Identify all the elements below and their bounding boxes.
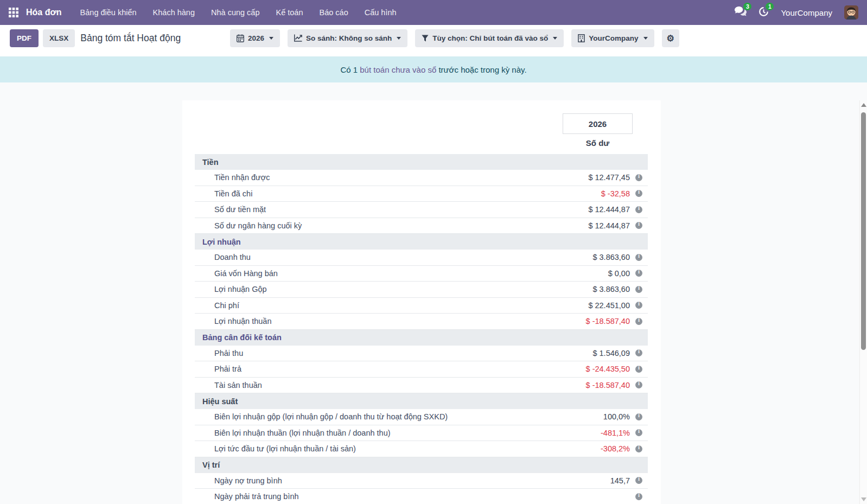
info-icon[interactable] xyxy=(635,349,642,356)
row-value: $ -18.587,40 xyxy=(527,381,630,390)
nav-item-customers[interactable]: Khách hàng xyxy=(153,8,195,17)
table-row: Tài sản thuần $ -18.587,40 xyxy=(195,378,648,394)
row-value: $ 3.863,60 xyxy=(527,253,630,261)
row-label: Giá vốn Hàng bán xyxy=(195,269,527,278)
apps-grid-icon[interactable] xyxy=(9,8,18,17)
options-filter-button[interactable]: Tùy chọn: Chỉ bút toán đã vào sổ xyxy=(415,29,564,47)
row-value: $ -24.435,50 xyxy=(527,365,630,373)
table-row: Doanh thu $ 3.863,60 xyxy=(195,250,648,266)
banner-text-suffix: trước hoặc trong kỳ này. xyxy=(436,65,526,74)
section-header-profitability: Lợi nhuận xyxy=(195,234,648,250)
unposted-entries-link[interactable]: bút toán chưa vào sổ xyxy=(360,65,436,74)
info-icon[interactable] xyxy=(635,318,642,325)
line-chart-icon xyxy=(294,34,302,42)
row-label: Lợi nhuận thuần xyxy=(195,317,527,326)
table-row: Giá vốn Hàng bán $ 0,00 xyxy=(195,266,648,282)
nav-item-configuration[interactable]: Cấu hình xyxy=(365,8,397,17)
comparison-filter-label: So sánh: Không so sánh xyxy=(306,34,392,42)
row-label: Biên lợi nhuận thuần (lợi nhuận thuần / … xyxy=(195,429,527,437)
export-xlsx-button[interactable]: XLSX xyxy=(43,29,75,47)
info-icon[interactable] xyxy=(635,270,642,277)
info-icon[interactable] xyxy=(635,286,642,293)
period-filter-label: 2026 xyxy=(248,34,264,42)
info-icon[interactable] xyxy=(635,413,642,420)
info-icon[interactable] xyxy=(635,222,642,229)
info-icon[interactable] xyxy=(635,366,642,373)
info-icon[interactable] xyxy=(635,254,642,261)
nav-item-dashboard[interactable]: Bảng điều khiển xyxy=(80,8,137,17)
row-label: Số dư ngân hàng cuối kỳ xyxy=(195,221,527,230)
banner-text-prefix: Có 1 xyxy=(340,65,360,74)
row-value: -481,1% xyxy=(527,429,630,437)
executive-summary-table: Tiền Tiền nhận được $ 12.477,45 Tiền đã … xyxy=(195,154,648,504)
table-row: Số dư tiền mặt $ 12.444,87 xyxy=(195,202,648,218)
section-header-cash: Tiền xyxy=(195,154,648,170)
calendar-icon xyxy=(237,34,244,42)
info-icon[interactable] xyxy=(635,445,642,452)
row-value: 145,7 xyxy=(527,476,630,485)
info-icon[interactable] xyxy=(635,206,642,213)
options-filter-label: Tùy chọn: Chỉ bút toán đã vào sổ xyxy=(432,34,548,42)
row-value: -308,2% xyxy=(527,444,630,453)
row-label: Chi phí xyxy=(195,301,527,310)
chevron-down-icon xyxy=(397,37,401,40)
section-header-position: Vị trí xyxy=(195,457,648,473)
row-label: Lợi tức đầu tư (lợi nhuận thuần / tài sả… xyxy=(195,444,527,453)
control-panel: PDF XLSX Bảng tóm tắt Hoạt động 2026 So … xyxy=(0,25,867,51)
export-pdf-button[interactable]: PDF xyxy=(10,29,39,47)
unposted-entries-banner: Có 1 bút toán chưa vào sổ trước hoặc tro… xyxy=(0,56,867,82)
comparison-filter-button[interactable]: So sánh: Không so sánh xyxy=(288,29,407,47)
table-row: Số dư ngân hàng cuối kỳ $ 12.444,87 xyxy=(195,218,648,234)
chevron-down-icon xyxy=(269,37,273,40)
row-value: $ -18.587,40 xyxy=(527,317,630,326)
activities-badge: 1 xyxy=(766,3,774,10)
app-name-invoicing[interactable]: Hóa đơn xyxy=(26,8,62,17)
row-label: Phải trả xyxy=(195,365,527,373)
activities-button[interactable]: 1 xyxy=(758,7,769,19)
table-row: Biên lợi nhuận gộp (lợi nhuận gộp / doan… xyxy=(195,409,648,425)
table-row: Ngày nợ trung bình 145,7 xyxy=(195,473,648,489)
row-label: Ngày nợ trung bình xyxy=(195,476,527,485)
period-filter-button[interactable]: 2026 xyxy=(230,29,280,47)
nav-item-accounting[interactable]: Kế toán xyxy=(276,8,303,17)
balance-column-header: Số dư xyxy=(563,138,633,148)
messages-button[interactable]: 3 xyxy=(735,7,747,18)
table-row: Lợi nhuận Gộp $ 3.863,60 xyxy=(195,282,648,298)
scroll-up-arrow-icon[interactable] xyxy=(861,103,866,107)
info-icon[interactable] xyxy=(635,190,642,197)
vertical-scrollbar[interactable] xyxy=(859,100,867,504)
report-card: 2026 Số dư Tiền Tiền nhận được $ 12.477,… xyxy=(182,100,661,504)
user-avatar[interactable] xyxy=(844,5,858,20)
report-settings-button[interactable]: ⚙ xyxy=(662,29,679,47)
row-label: Số dư tiền mặt xyxy=(195,205,527,214)
company-switcher[interactable]: YourCompany xyxy=(781,8,832,17)
row-label: Tài sản thuần xyxy=(195,381,527,390)
row-value: $ 0,00 xyxy=(527,269,630,278)
table-row: Biên lợi nhuận thuần (lợi nhuận thuần / … xyxy=(195,425,648,442)
row-value: $ -32,58 xyxy=(527,189,630,198)
info-icon[interactable] xyxy=(635,429,642,436)
info-icon[interactable] xyxy=(635,174,642,181)
info-icon[interactable] xyxy=(635,302,642,309)
info-icon[interactable] xyxy=(635,493,642,500)
scroll-down-arrow-icon[interactable] xyxy=(861,497,866,501)
top-navbar: Hóa đơn Bảng điều khiển Khách hàng Nhà c… xyxy=(0,0,867,25)
row-label: Doanh thu xyxy=(195,253,527,261)
messages-badge: 3 xyxy=(743,3,751,10)
row-label: Tiền đã chi xyxy=(195,189,527,198)
building-icon xyxy=(578,34,585,42)
table-row: Lợi tức đầu tư (lợi nhuận thuần / tài sả… xyxy=(195,441,648,457)
row-value: $ 12.477,45 xyxy=(527,173,630,182)
chevron-down-icon xyxy=(553,37,557,40)
table-row: Phải trả $ -24.435,50 xyxy=(195,361,648,378)
info-icon[interactable] xyxy=(635,477,642,484)
company-filter-button[interactable]: YourCompany xyxy=(571,29,654,47)
nav-item-vendors[interactable]: Nhà cung cấp xyxy=(211,8,259,17)
row-label: Ngày phải trả trung bình xyxy=(195,492,527,501)
row-value: $ 3.863,60 xyxy=(527,285,630,294)
info-icon[interactable] xyxy=(635,381,642,388)
table-row: Lợi nhuận thuần $ -18.587,40 xyxy=(195,314,648,330)
row-value: $ 22.451,00 xyxy=(527,301,630,310)
nav-item-reporting[interactable]: Báo cáo xyxy=(319,8,348,17)
scrollbar-thumb[interactable] xyxy=(861,112,866,350)
